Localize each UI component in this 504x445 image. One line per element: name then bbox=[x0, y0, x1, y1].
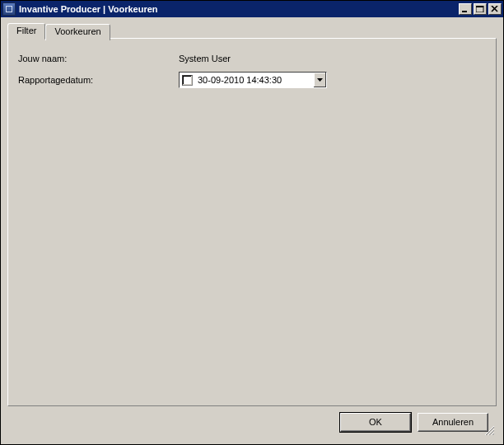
label-name: Jouw naam: bbox=[18, 54, 179, 63]
title-bar[interactable]: Invantive Producer | Voorkeuren bbox=[1, 1, 503, 17]
close-icon bbox=[491, 6, 499, 12]
date-checkbox[interactable] bbox=[182, 75, 193, 86]
cancel-button-label: Annuleren bbox=[432, 417, 474, 427]
svg-marker-5 bbox=[317, 78, 323, 82]
svg-rect-2 bbox=[476, 6, 483, 7]
minimize-button[interactable] bbox=[459, 3, 472, 15]
tab-strip: Filter Voorkeuren bbox=[7, 22, 497, 39]
tab-filter[interactable]: Filter bbox=[7, 23, 45, 40]
resize-grip-icon bbox=[483, 424, 495, 436]
app-icon[interactable] bbox=[2, 2, 16, 16]
window-frame: Invantive Producer | Voorkeuren Filter V… bbox=[0, 0, 504, 445]
date-picker[interactable]: 30-09-2010 14:43:30 bbox=[179, 72, 327, 88]
label-date: Rapportagedatum: bbox=[18, 75, 179, 85]
date-dropdown-button[interactable] bbox=[313, 73, 326, 87]
tab-voorkeuren-label: Voorkeuren bbox=[54, 26, 100, 36]
client-area: Filter Voorkeuren Jouw naam: System User… bbox=[1, 17, 503, 444]
resize-grip[interactable] bbox=[483, 424, 495, 436]
chevron-down-icon bbox=[317, 78, 323, 82]
row-date: Rapportagedatum: 30-09-2010 14:43:30 bbox=[18, 72, 486, 88]
close-button[interactable] bbox=[488, 3, 502, 15]
tab-filter-label: Filter bbox=[16, 26, 36, 35]
ok-button-label: OK bbox=[369, 417, 382, 427]
window-controls bbox=[457, 3, 502, 15]
svg-rect-0 bbox=[462, 11, 467, 12]
cancel-button[interactable]: Annuleren bbox=[418, 413, 488, 432]
tab-panel-filter: Jouw naam: System User Rapportagedatum: … bbox=[7, 38, 497, 406]
row-name: Jouw naam: System User bbox=[18, 54, 486, 63]
window-title: Invantive Producer | Voorkeuren bbox=[19, 4, 457, 14]
maximize-icon bbox=[476, 6, 484, 12]
ok-button[interactable]: OK bbox=[340, 413, 411, 432]
date-value[interactable]: 30-09-2010 14:43:30 bbox=[196, 75, 313, 85]
tab-voorkeuren[interactable]: Voorkeuren bbox=[45, 24, 110, 40]
maximize-button[interactable] bbox=[474, 3, 487, 15]
minimize-icon bbox=[461, 6, 469, 12]
dialog-button-bar: OK Annuleren bbox=[7, 406, 497, 438]
value-name: System User bbox=[179, 54, 231, 63]
